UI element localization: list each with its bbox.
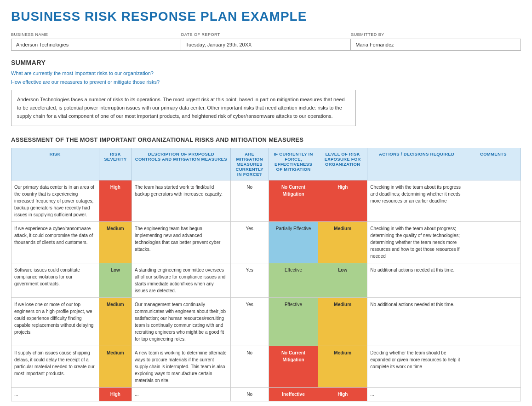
cell-actions-3: No additional actions needed at this tim… [367, 298, 466, 346]
header-comments: COMMENTS [466, 148, 521, 180]
cell-inforce-2: Yes [230, 263, 269, 298]
table-header-row: RISK RISK SEVERITY DESCRIPTION OF PROPOS… [11, 148, 521, 180]
cell-severity-1: Medium [99, 222, 132, 263]
assessment-title: ASSESSMENT OF THE MOST IMPORTANT ORGANIZ… [11, 136, 521, 143]
header-actions: ACTIONS / DECISIONS REQUIRED [367, 148, 466, 180]
cell-severity-3: Medium [99, 298, 132, 346]
cell-severity-0: High [99, 180, 132, 222]
cell-effectiveness-4: No Current Mitigation [269, 346, 318, 388]
summary-body: Anderson Technologies faces a number of … [11, 90, 356, 126]
cell-comments-5 [466, 388, 521, 401]
summary-question-1: What are currently the most important ri… [11, 69, 521, 78]
cell-actions-0: Checking in with the team about its prog… [367, 180, 466, 222]
cell-risk-5: ... [11, 388, 99, 401]
cell-effectiveness-1: Partially Effective [269, 222, 318, 263]
cell-inforce-3: Yes [230, 298, 269, 346]
cell-comments-2 [466, 263, 521, 298]
cell-comments-1 [466, 222, 521, 263]
cell-inforce-5: No [230, 388, 269, 401]
risk-table: RISK RISK SEVERITY DESCRIPTION OF PROPOS… [11, 148, 521, 401]
cell-comments-3 [466, 298, 521, 346]
table-row: If we experience a cyber/ransomware atta… [11, 222, 521, 263]
cell-inforce-1: Yes [230, 222, 269, 263]
cell-exposure-2: Low [318, 263, 367, 298]
cell-inforce-0: No [230, 180, 269, 222]
header-inforce: ARE MITIGATION MEASURES CURRENTLY IN FOR… [230, 148, 269, 180]
cell-risk-1: If we experience a cyber/ransomware atta… [11, 222, 99, 263]
cell-description-5: ... [132, 388, 230, 401]
meta-section: BUSINESS NAME Anderson Technologies DATE… [11, 32, 521, 51]
header-severity: RISK SEVERITY [99, 148, 132, 180]
header-exposure: LEVEL OF RISK EXPOSURE FOR ORGANIZATION [318, 148, 367, 180]
summary-question-2: How effective are our measures to preven… [11, 78, 521, 87]
cell-actions-5: ... [367, 388, 466, 401]
cell-description-1: The engineering team has begun implement… [132, 222, 230, 263]
cell-inforce-4: No [230, 346, 269, 388]
cell-severity-2: Low [99, 263, 132, 298]
table-row: If we lose one or more of our top engine… [11, 298, 521, 346]
submitted-value: Maria Fernandez [351, 39, 521, 51]
cell-risk-4: If supply chain issues cause shipping de… [11, 346, 99, 388]
table-row: ... High ... No Ineffective High ... [11, 388, 521, 401]
cell-actions-1: Checking in with the team about progress… [367, 222, 466, 263]
cell-exposure-4: Medium [318, 346, 367, 388]
header-description: DESCRIPTION OF PROPOSED CONTROLS AND MIT… [132, 148, 230, 180]
cell-risk-2: Software issues could constitute complia… [11, 263, 99, 298]
date-value: Tuesday, January 29th, 20XX [181, 39, 351, 51]
table-row: Software issues could constitute complia… [11, 263, 521, 298]
table-row: If supply chain issues cause shipping de… [11, 346, 521, 388]
cell-exposure-5: High [318, 388, 367, 401]
cell-severity-5: High [99, 388, 132, 401]
page-title: BUSINESS RISK RESPONSE PLAN EXAMPLE [11, 9, 521, 24]
cell-effectiveness-0: No Current Mitigation [269, 180, 318, 222]
cell-risk-3: If we lose one or more of our top engine… [11, 298, 99, 346]
cell-actions-4: Deciding whether the team should be expa… [367, 346, 466, 388]
table-row: Our primary data center is in an area of… [11, 180, 521, 222]
cell-actions-2: No additional actions needed at this tim… [367, 263, 466, 298]
cell-description-4: A new team is working to determine alter… [132, 346, 230, 388]
date-label: DATE OF REPORT [181, 32, 351, 37]
header-risk: RISK [11, 148, 99, 180]
cell-comments-0 [466, 180, 521, 222]
cell-description-0: The team has started work to find/build … [132, 180, 230, 222]
cell-effectiveness-3: Effective [269, 298, 318, 346]
summary-questions: What are currently the most important ri… [11, 69, 521, 86]
business-name-field: BUSINESS NAME Anderson Technologies [11, 32, 181, 51]
cell-risk-0: Our primary data center is in an area of… [11, 180, 99, 222]
date-field: DATE OF REPORT Tuesday, January 29th, 20… [181, 32, 351, 51]
cell-exposure-0: High [318, 180, 367, 222]
cell-exposure-1: Medium [318, 222, 367, 263]
cell-description-2: A standing engineering committee oversee… [132, 263, 230, 298]
submitted-field: SUBMITTED BY Maria Fernandez [351, 32, 521, 51]
cell-exposure-3: Medium [318, 298, 367, 346]
business-name-value: Anderson Technologies [11, 39, 181, 51]
summary-section-title: SUMMARY [11, 59, 521, 66]
submitted-label: SUBMITTED BY [351, 32, 521, 37]
cell-effectiveness-2: Effective [269, 263, 318, 298]
cell-comments-4 [466, 346, 521, 388]
cell-description-3: Our management team continually communic… [132, 298, 230, 346]
business-name-label: BUSINESS NAME [11, 32, 181, 37]
header-effectiveness: IF CURRENTLY IN FORCE, EFFECTIVENESS OF … [269, 148, 318, 180]
cell-severity-4: Medium [99, 346, 132, 388]
cell-effectiveness-5: Ineffective [269, 388, 318, 401]
